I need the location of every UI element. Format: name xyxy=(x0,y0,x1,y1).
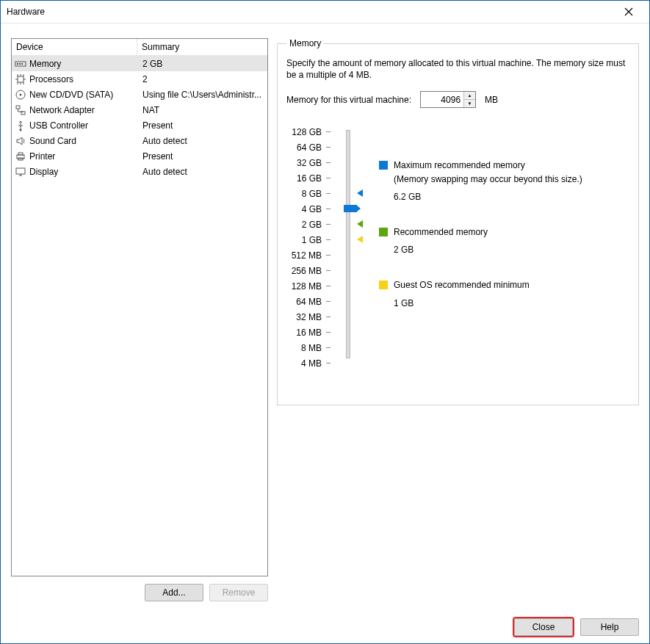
remove-button[interactable]: Remove xyxy=(209,584,268,601)
memory-tick-labels: 128 GB64 GB32 GB16 GB8 GB4 GB2 GB1 GB512… xyxy=(286,124,331,371)
tick: 64 MB xyxy=(286,294,331,309)
disc-icon xyxy=(15,89,26,101)
spin-down-button[interactable]: ▼ xyxy=(464,100,475,107)
tick: 16 GB xyxy=(286,170,331,186)
device-summary: Auto detect xyxy=(142,136,264,146)
tick: 256 MB xyxy=(286,263,331,278)
memory-legend: Memory xyxy=(286,38,324,48)
svg-rect-4 xyxy=(18,76,24,82)
col-summary[interactable]: Summary xyxy=(137,39,267,55)
device-row[interactable]: DisplayAuto detect xyxy=(12,164,267,179)
svg-rect-11 xyxy=(18,153,23,155)
device-name: Sound Card xyxy=(29,136,140,146)
device-summary: Auto detect xyxy=(142,167,264,177)
tick: 8 GB xyxy=(286,186,331,201)
window-title: Hardware xyxy=(7,7,614,17)
marker-rec-icon xyxy=(357,220,363,228)
device-name: Display xyxy=(29,167,140,177)
svg-point-9 xyxy=(20,129,22,131)
legend-max-sub: (Memory swapping may occur beyond this s… xyxy=(394,173,582,185)
memory-slider[interactable] xyxy=(344,124,366,371)
device-name: Network Adapter xyxy=(29,105,140,115)
dialog-footer: Close Help xyxy=(514,618,639,636)
window-close-button[interactable] xyxy=(614,1,643,22)
titlebar: Hardware xyxy=(1,1,649,23)
col-device[interactable]: Device xyxy=(12,39,137,55)
legend-rec-value: 2 GB xyxy=(394,244,488,256)
device-name: Printer xyxy=(29,151,140,162)
memory-legend-panel: Maximum recommended memory (Memory swapp… xyxy=(379,124,629,371)
memory-fieldset: Memory Specify the amount of memory allo… xyxy=(277,38,639,405)
tick: 32 MB xyxy=(286,309,331,325)
legend-rec-title: Recommended memory xyxy=(394,226,488,238)
device-row[interactable]: Memory2 GB xyxy=(12,56,267,71)
tick: 8 MB xyxy=(286,340,331,355)
svg-rect-13 xyxy=(16,168,25,174)
slider-track xyxy=(346,130,350,358)
device-list-header: Device Summary xyxy=(12,39,267,56)
device-row[interactable]: Processors2 xyxy=(12,71,267,87)
device-row[interactable]: PrinterPresent xyxy=(12,148,267,164)
tick: 64 GB xyxy=(286,140,331,155)
legend-max-value: 6.2 GB xyxy=(394,191,582,203)
device-summary: Using file C:\Users\Administr... xyxy=(142,90,264,100)
hardware-window: Hardware Device Summary Memory2 GBProces… xyxy=(0,0,650,644)
device-row[interactable]: USB ControllerPresent xyxy=(12,117,267,133)
tick: 4 GB xyxy=(286,201,331,217)
network-icon xyxy=(15,104,26,116)
memory-spinbox[interactable]: ▲ ▼ xyxy=(420,91,476,108)
svg-rect-3 xyxy=(21,63,23,65)
device-summary: Present xyxy=(142,151,264,162)
device-name: Processors xyxy=(29,74,140,84)
legend-guest-title: Guest OS recommended minimum xyxy=(394,279,530,291)
display-icon xyxy=(15,166,26,178)
device-row[interactable]: Sound CardAuto detect xyxy=(12,133,267,148)
device-summary: 2 GB xyxy=(142,59,264,69)
tick: 1 GB xyxy=(286,232,331,247)
cpu-icon xyxy=(15,73,26,85)
tick: 16 MB xyxy=(286,325,331,340)
svg-rect-8 xyxy=(21,112,25,115)
marker-guest-icon xyxy=(357,236,363,243)
sound-icon xyxy=(15,135,26,147)
memory-description: Specify the amount of memory allocated t… xyxy=(286,57,629,81)
tick: 4 MB xyxy=(286,355,331,371)
printer-icon xyxy=(15,151,26,162)
tick: 128 MB xyxy=(286,278,331,294)
device-summary: NAT xyxy=(142,105,264,115)
tick: 32 GB xyxy=(286,155,331,170)
device-row[interactable]: Network AdapterNAT xyxy=(12,102,267,117)
tick: 512 MB xyxy=(286,247,331,263)
usb-icon xyxy=(15,120,26,131)
spin-up-button[interactable]: ▲ xyxy=(464,92,475,100)
legend-max-title: Maximum recommended memory xyxy=(394,159,582,171)
slider-thumb[interactable] xyxy=(344,205,357,212)
memory-unit: MB xyxy=(485,95,498,105)
swatch-rec-icon xyxy=(379,228,388,236)
svg-point-6 xyxy=(20,93,22,95)
memory-icon xyxy=(15,58,26,70)
legend-guest-value: 1 GB xyxy=(394,297,530,309)
device-name: USB Controller xyxy=(29,120,140,131)
device-name: New CD/DVD (SATA) xyxy=(29,90,140,100)
device-row[interactable]: New CD/DVD (SATA)Using file C:\Users\Adm… xyxy=(12,87,267,102)
swatch-guest-icon xyxy=(379,281,388,289)
svg-rect-7 xyxy=(16,106,20,109)
swatch-max-icon xyxy=(379,161,388,170)
marker-max-icon xyxy=(357,189,363,197)
help-button[interactable]: Help xyxy=(580,618,639,636)
memory-input[interactable] xyxy=(421,92,463,107)
close-icon xyxy=(624,7,633,16)
memory-input-label: Memory for this virtual machine: xyxy=(286,95,411,105)
device-name: Memory xyxy=(29,59,140,69)
close-button[interactable]: Close xyxy=(514,618,573,636)
tick: 2 GB xyxy=(286,217,331,232)
tick: 128 GB xyxy=(286,124,331,140)
device-list[interactable]: Device Summary Memory2 GBProcessors2New … xyxy=(11,38,268,576)
device-summary: Present xyxy=(142,120,264,131)
svg-rect-1 xyxy=(17,63,18,65)
svg-rect-2 xyxy=(19,63,21,65)
device-summary: 2 xyxy=(142,74,264,84)
add-button[interactable]: Add... xyxy=(145,584,203,601)
